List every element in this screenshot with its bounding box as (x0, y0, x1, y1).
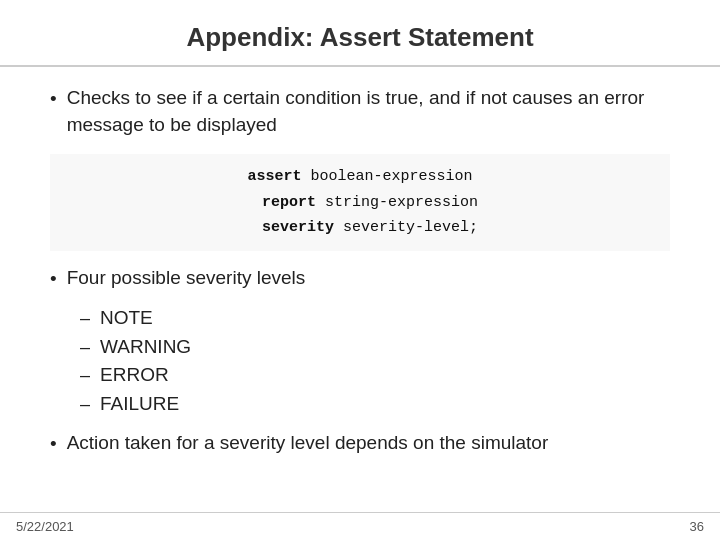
sub-bullet-3: – FAILURE (80, 390, 670, 419)
footer-date: 5/22/2021 (16, 519, 74, 534)
slide-title: Appendix: Assert Statement (0, 0, 720, 67)
code-rest-severity: severity-level; (334, 219, 478, 236)
footer-page: 36 (690, 519, 704, 534)
sub-bullet-1-text: WARNING (100, 333, 191, 362)
sub-bullet-2-text: ERROR (100, 361, 169, 390)
code-keyword-severity: severity (262, 219, 334, 236)
sub-bullet-2: – ERROR (80, 361, 670, 390)
sub-bullet-0-text: NOTE (100, 304, 153, 333)
bullet-3-text: Action taken for a severity level depend… (67, 430, 549, 457)
bullet-1-text: Checks to see if a certain condition is … (67, 85, 670, 138)
sub-bullet-3-text: FAILURE (100, 390, 179, 419)
sub-bullet-1: – WARNING (80, 333, 670, 362)
bullet-2-text: Four possible severity levels (67, 265, 306, 292)
dash-3: – (80, 391, 90, 418)
bullet-3-marker: • (50, 431, 57, 458)
code-line-2: report string-expression (50, 190, 670, 216)
bullet-2: • Four possible severity levels (50, 265, 670, 293)
slide: Appendix: Assert Statement • Checks to s… (0, 0, 720, 540)
code-rest-report: string-expression (316, 194, 478, 211)
sub-bullets: – NOTE – WARNING – ERROR – FAILURE (80, 304, 670, 418)
dash-1: – (80, 334, 90, 361)
code-keyword-report: report (262, 194, 316, 211)
bullet-1-marker: • (50, 86, 57, 113)
code-keyword-assert: assert (247, 168, 301, 185)
dash-0: – (80, 305, 90, 332)
code-line-3: severity severity-level; (50, 215, 670, 241)
code-rest-assert: boolean-expression (301, 168, 472, 185)
slide-footer: 5/22/2021 36 (0, 512, 720, 540)
bullet-3: • Action taken for a severity level depe… (50, 430, 670, 458)
bullet-1: • Checks to see if a certain condition i… (50, 85, 670, 138)
code-line-1: assert boolean-expression (50, 164, 670, 190)
bullet-2-marker: • (50, 266, 57, 293)
code-block: assert boolean-expression report string-… (50, 154, 670, 251)
slide-content: • Checks to see if a certain condition i… (0, 67, 720, 512)
sub-bullet-0: – NOTE (80, 304, 670, 333)
dash-2: – (80, 362, 90, 389)
